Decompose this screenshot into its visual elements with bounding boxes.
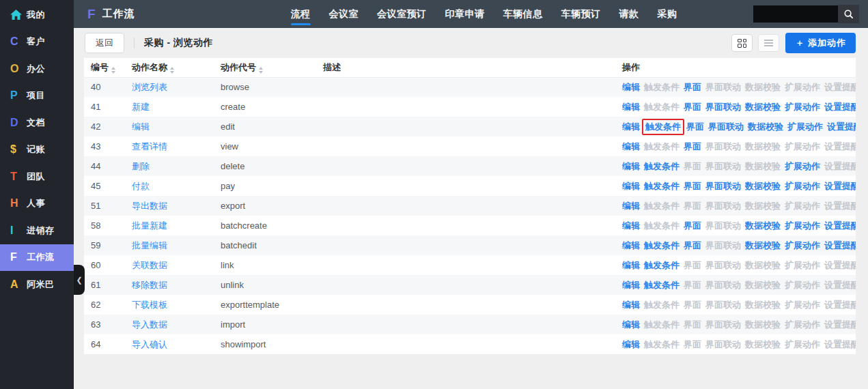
op-link-3[interactable]: 界面联动: [708, 121, 744, 133]
op-link-2[interactable]: 界面: [686, 121, 704, 133]
sidebar-item-1[interactable]: C客户: [0, 29, 74, 56]
op-link-4[interactable]: 数据校验: [745, 180, 781, 192]
action-name-link[interactable]: 删除: [132, 161, 150, 171]
sidebar-item-9[interactable]: F工作流: [0, 244, 74, 272]
op-link-2[interactable]: 界面: [684, 180, 701, 192]
sidebar-item-2[interactable]: O办公: [0, 55, 74, 83]
op-link-0[interactable]: 编辑: [622, 180, 640, 192]
search-input[interactable]: [753, 5, 838, 23]
action-name-link[interactable]: 导出数据: [132, 201, 167, 211]
sidebar-item-3[interactable]: P项目: [0, 83, 74, 110]
op-link-5[interactable]: 扩展动作: [785, 160, 820, 173]
op-link-5[interactable]: 扩展动作: [785, 220, 820, 232]
action-name-link[interactable]: 导入数据: [132, 319, 167, 330]
add-action-button[interactable]: ＋ 添加动作: [785, 33, 856, 53]
op-link-0[interactable]: 编辑: [622, 101, 640, 113]
sidebar-item-10[interactable]: A阿米巴: [0, 271, 74, 298]
op-link-5[interactable]: 扩展动作: [785, 101, 820, 113]
op-link-0[interactable]: 编辑: [622, 200, 640, 212]
column-header[interactable]: 动作名称: [125, 58, 214, 77]
action-name-link[interactable]: 移除数据: [132, 280, 167, 290]
op-link-0[interactable]: 编辑: [622, 319, 640, 331]
op-link-2[interactable]: 界面: [684, 240, 701, 252]
op-link-2[interactable]: 界面: [684, 220, 701, 232]
op-link-5[interactable]: 扩展动作: [785, 240, 820, 252]
op-link-4[interactable]: 数据校验: [745, 240, 781, 252]
op-link-0[interactable]: 编辑: [622, 299, 640, 311]
cell-id: 51: [84, 196, 125, 216]
sort-icon[interactable]: [111, 67, 115, 74]
op-link-2[interactable]: 界面: [684, 101, 701, 113]
op-link-6[interactable]: 设置提醒: [824, 220, 856, 232]
op-link-2[interactable]: 界面: [684, 141, 701, 153]
action-name-link[interactable]: 批量编辑: [132, 240, 167, 250]
sidebar-item-5[interactable]: $记账: [0, 136, 74, 164]
cell-code: view: [214, 136, 316, 156]
op-link-1[interactable]: 触发条件: [644, 160, 680, 173]
nav-tab-0[interactable]: 流程: [291, 0, 311, 28]
sidebar-item-6[interactable]: T团队: [0, 163, 74, 190]
sidebar-item-7[interactable]: H人事: [0, 190, 74, 218]
op-link-0[interactable]: 编辑: [622, 240, 640, 252]
action-name-link[interactable]: 新建: [132, 102, 150, 112]
cell-description: [316, 295, 615, 315]
op-link-0[interactable]: 编辑: [622, 259, 640, 272]
action-name-link[interactable]: 批量新建: [132, 220, 167, 231]
column-header[interactable]: 编号: [84, 58, 125, 77]
op-link-6[interactable]: 设置提醒: [824, 240, 856, 252]
cell-id: 40: [84, 77, 125, 97]
op-link-2[interactable]: 界面: [684, 81, 701, 93]
action-name-link[interactable]: 导入确认: [132, 339, 167, 349]
sidebar-item-4[interactable]: D文档: [0, 109, 74, 136]
sidebar-item-0[interactable]: 我的: [0, 1, 74, 29]
action-name-link[interactable]: 浏览列表: [132, 82, 167, 92]
column-header[interactable]: 动作代号: [214, 58, 316, 77]
sort-icon[interactable]: [170, 67, 174, 74]
action-name-link[interactable]: 编辑: [132, 121, 150, 132]
back-button[interactable]: 返回: [85, 33, 124, 53]
nav-tab-5[interactable]: 车辆预订: [561, 0, 601, 28]
sort-icon[interactable]: [259, 67, 263, 74]
search-button[interactable]: [838, 5, 859, 23]
op-link-3[interactable]: 界面联动: [705, 180, 741, 192]
action-name-link[interactable]: 关联数据: [132, 260, 167, 270]
sidebar-item-8[interactable]: I进销存: [0, 217, 74, 244]
op-link-0[interactable]: 编辑: [622, 141, 640, 153]
op-link-0[interactable]: 编辑: [622, 338, 640, 351]
op-link-4[interactable]: 数据校验: [745, 101, 781, 113]
letter-p-icon: P: [10, 89, 27, 102]
action-name-link[interactable]: 下载模板: [132, 300, 167, 310]
nav-tab-3[interactable]: 印章申请: [445, 0, 485, 28]
grid-view-button[interactable]: [731, 34, 753, 52]
op-link-0[interactable]: 编辑: [622, 279, 640, 291]
op-link-1[interactable]: 触发条件: [644, 259, 680, 272]
nav-tab-2[interactable]: 会议室预订: [377, 0, 427, 28]
op-link-0[interactable]: 编辑: [622, 121, 640, 133]
top-navigation: 流程会议室会议室预订印章申请车辆信息车辆预订请款采购: [291, 0, 696, 28]
nav-tab-6[interactable]: 请款: [619, 0, 639, 28]
action-name-link[interactable]: 付款: [132, 181, 150, 191]
op-link-5: 扩展动作: [785, 279, 820, 291]
op-link-0[interactable]: 编辑: [622, 81, 640, 93]
op-link-5[interactable]: 扩展动作: [787, 121, 823, 133]
op-link-1[interactable]: 触发条件: [644, 180, 680, 192]
list-view-button[interactable]: [758, 34, 779, 52]
action-name-link[interactable]: 查看详情: [132, 141, 167, 152]
op-link-0[interactable]: 编辑: [622, 220, 640, 232]
op-link-4[interactable]: 数据校验: [745, 220, 781, 232]
nav-tab-1[interactable]: 会议室: [329, 0, 359, 28]
op-link-1[interactable]: 触发条件: [644, 240, 680, 252]
op-link-5[interactable]: 扩展动作: [785, 180, 820, 192]
op-link-5: 扩展动作: [785, 259, 820, 272]
op-link-1-highlighted[interactable]: 触发条件: [642, 119, 684, 135]
op-link-6[interactable]: 设置提醒: [824, 180, 856, 192]
op-link-3[interactable]: 界面联动: [705, 101, 741, 113]
op-link-4[interactable]: 数据校验: [748, 121, 783, 133]
op-link-1[interactable]: 触发条件: [644, 279, 680, 291]
op-link-6[interactable]: 设置提醒: [827, 121, 856, 133]
nav-tab-7[interactable]: 采购: [658, 0, 677, 28]
nav-tab-4[interactable]: 车辆信息: [503, 0, 543, 28]
op-link-0[interactable]: 编辑: [622, 160, 640, 173]
op-link-6[interactable]: 设置提醒: [824, 101, 856, 113]
sidebar-collapse-handle[interactable]: ❮: [74, 265, 85, 295]
